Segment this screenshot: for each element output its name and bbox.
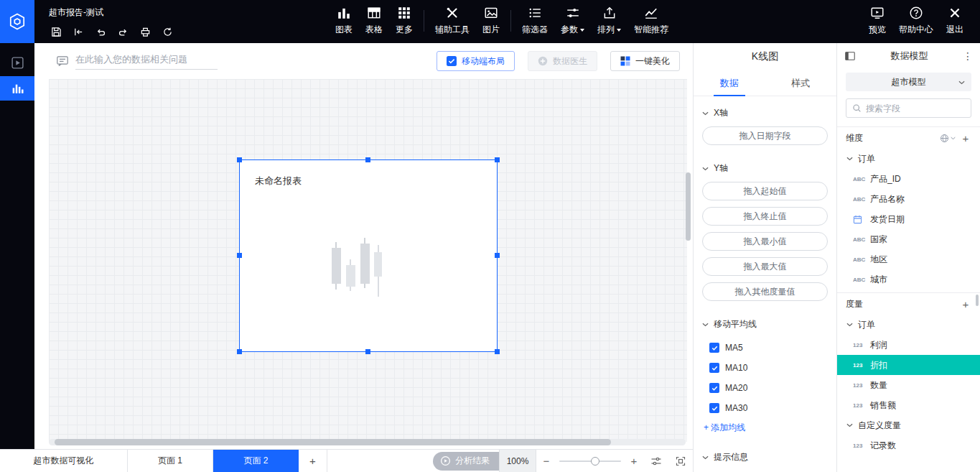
- checkbox-checked-icon[interactable]: [709, 343, 719, 353]
- section-moving-average[interactable]: 移动平均线: [702, 318, 828, 330]
- field-item[interactable]: 123 利润: [837, 335, 980, 355]
- page-1-tab[interactable]: 页面 1: [128, 450, 213, 472]
- horizontal-scrollbar[interactable]: [49, 439, 686, 445]
- add-page-button[interactable]: +: [299, 450, 327, 472]
- mobile-layout-button[interactable]: 移动端布局: [437, 51, 515, 71]
- globe-filter-icon[interactable]: [940, 134, 956, 143]
- chevron-down-icon: [702, 323, 709, 327]
- checkbox-checked-icon[interactable]: [709, 403, 719, 413]
- toolbar-smart-recommend[interactable]: 智能推荐: [627, 6, 675, 36]
- drop-zone-date-field[interactable]: 拖入日期字段: [702, 126, 828, 145]
- measure-group-orders[interactable]: 订单: [837, 315, 980, 335]
- app-logo[interactable]: [0, 0, 34, 43]
- page-2-tab[interactable]: 页面 2: [213, 450, 299, 472]
- resize-handle[interactable]: [237, 349, 242, 354]
- field-item[interactable]: 123 销售额: [837, 395, 980, 415]
- field-item[interactable]: ABC 地区: [837, 249, 980, 269]
- vertical-scrollbar-thumb[interactable]: [686, 172, 691, 241]
- toolbar-chart[interactable]: 图表: [329, 6, 359, 36]
- resize-handle[interactable]: [365, 349, 370, 354]
- toolbar-image[interactable]: 图片: [476, 6, 506, 36]
- field-item[interactable]: 123 数量: [837, 375, 980, 395]
- horizontal-scrollbar-thumb[interactable]: [55, 439, 611, 445]
- section-y-axis[interactable]: Y轴: [702, 162, 828, 175]
- field-item-selected[interactable]: 123 折扣: [837, 355, 980, 375]
- toolbar-arrange[interactable]: 排列: [591, 6, 627, 36]
- measure-group-custom[interactable]: 自定义度量: [837, 415, 980, 435]
- zoom-slider-thumb[interactable]: [591, 457, 599, 466]
- add-dimension-button[interactable]: +: [960, 132, 971, 144]
- fullscreen-fit-button[interactable]: [668, 450, 693, 472]
- chart-config-panel: K线图 数据 样式 X轴 拖入日期字段 Y轴 拖入起始值 拖入终止值 拖入最小值…: [693, 43, 836, 472]
- preview-button[interactable]: 预览: [862, 6, 892, 36]
- field-item[interactable]: 发货日期: [837, 209, 980, 229]
- undo-icon[interactable]: [95, 26, 106, 37]
- ma5-option[interactable]: MA5: [702, 338, 828, 358]
- resize-handle[interactable]: [365, 157, 370, 162]
- dimension-list-scrollbar-thumb[interactable]: [976, 295, 979, 306]
- field-item[interactable]: ABC 国家: [837, 229, 980, 249]
- resize-handle[interactable]: [495, 253, 500, 258]
- toolbar-params[interactable]: 参数: [554, 6, 591, 36]
- exit-button[interactable]: 退出: [940, 6, 970, 36]
- fit-screen-icon: [675, 455, 686, 467]
- analysis-result-button[interactable]: 分析结果: [433, 452, 499, 471]
- filter-list-icon: [528, 6, 542, 20]
- rail-dashboard-item[interactable]: [0, 50, 34, 75]
- ma10-option[interactable]: MA10: [702, 358, 828, 378]
- checkbox-checked-icon[interactable]: [709, 383, 719, 393]
- checkbox-checked-icon[interactable]: [709, 363, 719, 373]
- field-item[interactable]: 123 记录数: [837, 435, 980, 455]
- one-click-beautify-button[interactable]: 一键美化: [610, 51, 680, 71]
- tab-style[interactable]: 样式: [765, 70, 837, 96]
- section-x-axis[interactable]: X轴: [702, 107, 828, 119]
- add-ma-link[interactable]: + 添加均线: [704, 422, 828, 434]
- toolbar-more[interactable]: 更多: [389, 6, 419, 36]
- dimension-group-orders[interactable]: 订单: [837, 149, 980, 169]
- help-center-button[interactable]: 帮助中心: [892, 6, 940, 36]
- resize-handle[interactable]: [495, 157, 500, 162]
- refresh-icon[interactable]: [162, 26, 173, 37]
- export-icon[interactable]: [139, 26, 151, 37]
- kebab-menu-icon[interactable]: ⋮: [963, 50, 973, 62]
- field-search-box[interactable]: [846, 98, 971, 118]
- drop-zone-close-value[interactable]: 拖入终止值: [702, 207, 828, 226]
- ma20-option[interactable]: MA20: [702, 378, 828, 398]
- question-input[interactable]: [75, 52, 218, 70]
- zoom-slider[interactable]: [559, 456, 621, 466]
- drop-zone-open-value[interactable]: 拖入起始值: [702, 182, 828, 200]
- field-item[interactable]: ABC 城市: [837, 269, 980, 290]
- data-question-bar[interactable]: [56, 52, 218, 70]
- add-measure-button[interactable]: +: [960, 298, 971, 310]
- model-select[interactable]: 超市模型: [846, 73, 971, 91]
- zoom-in-button[interactable]: +: [624, 450, 644, 472]
- toolbar-aux-tools[interactable]: 辅助工具: [429, 6, 476, 36]
- design-canvas[interactable]: 未命名报表: [49, 79, 687, 442]
- save-icon[interactable]: [50, 26, 62, 37]
- resize-handle[interactable]: [237, 253, 242, 258]
- toolbar-table[interactable]: 表格: [359, 6, 389, 36]
- board-tab[interactable]: 超市数据可视化: [0, 450, 128, 472]
- fit-width-button[interactable]: [644, 450, 668, 472]
- zoom-out-button[interactable]: −: [536, 450, 556, 472]
- drop-zone-other-measure[interactable]: 拖入其他度量值: [702, 282, 828, 301]
- topbar-right-tools: 预览 帮助中心 退出: [862, 6, 970, 36]
- field-item[interactable]: ABC 产品名称: [837, 189, 980, 209]
- redo-icon[interactable]: [117, 26, 129, 37]
- resize-handle[interactable]: [495, 349, 500, 354]
- ma30-option[interactable]: MA30: [702, 398, 828, 418]
- panel-toggle-icon[interactable]: [844, 50, 856, 62]
- search-input[interactable]: [866, 103, 959, 114]
- drop-zone-max-value[interactable]: 拖入最大值: [702, 257, 828, 276]
- toolbar-filter[interactable]: 筛选器: [515, 6, 554, 36]
- tools-icon: [445, 6, 459, 20]
- drop-zone-min-value[interactable]: 拖入最小值: [702, 232, 828, 251]
- resize-handle[interactable]: [237, 157, 242, 162]
- field-item[interactable]: ABC 产品_ID: [837, 169, 980, 189]
- tab-data[interactable]: 数据: [694, 70, 765, 96]
- selected-chart-widget[interactable]: 未命名报表: [239, 159, 498, 352]
- back-icon[interactable]: [73, 26, 84, 37]
- rail-visualization-item[interactable]: [0, 76, 34, 101]
- toolbar-divider: [424, 10, 424, 32]
- section-tooltip[interactable]: 提示信息: [702, 451, 828, 463]
